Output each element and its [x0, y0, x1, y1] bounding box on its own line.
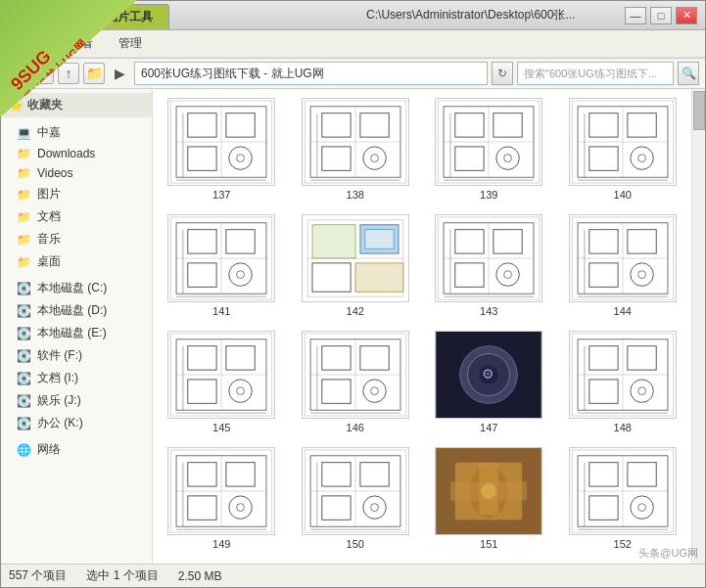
network-label: 网络 — [37, 441, 61, 458]
file-label: 152 — [614, 538, 632, 550]
file-label: 147 — [480, 422, 497, 433]
toolbar-area: 共享 查看 管理 — [1, 30, 705, 59]
favorites-label: 收藏夹 — [27, 97, 63, 113]
menu-manage[interactable]: 管理 — [107, 32, 154, 55]
drive-j-icon: 💽 — [17, 394, 31, 408]
computer-label: 中嘉 — [37, 124, 61, 141]
videos-label: Videos — [37, 166, 72, 180]
drive-e-icon: 💽 — [17, 327, 31, 340]
file-item[interactable]: 146 — [291, 326, 421, 438]
sidebar-item-desktop[interactable]: 📁 桌面 — [1, 250, 152, 273]
menu-bar: 共享 查看 管理 — [1, 30, 705, 58]
drive-f-icon: 💽 — [17, 349, 31, 363]
main-area: ⭐ 收藏夹 💻 中嘉 📁 Downloads 📁 Videos — [1, 89, 705, 564]
window-title-path: C:\Users\Administrator\Desktop\600张... — [317, 7, 626, 23]
drive-c-label: 本地磁盘 (C:) — [37, 280, 107, 296]
file-item[interactable]: 145 — [157, 326, 287, 438]
sidebar-item-documents[interactable]: 📁 文档 — [1, 205, 152, 228]
file-size: 2.50 MB — [178, 569, 222, 583]
up-button[interactable]: ↑ — [58, 63, 79, 84]
svg-rect-66 — [355, 263, 403, 292]
file-label: 143 — [480, 305, 497, 317]
sidebar-item-computer[interactable]: 💻 中嘉 — [1, 121, 152, 144]
drive-k-icon: 💽 — [17, 417, 31, 430]
network-section: 🌐 网络 — [1, 438, 152, 461]
file-item[interactable]: 149 — [157, 442, 287, 555]
drives-section: 💽 本地磁盘 (C:) 💽 本地磁盘 (D:) 💽 本地磁盘 (E:) 💽 软件… — [1, 277, 152, 434]
scrollbar[interactable] — [691, 89, 705, 564]
address-bar: ← → ↑ 📁 ▶ 600张UG练习图纸下载 - 就上UG网 ↻ 搜索"600张… — [1, 59, 705, 89]
address-field[interactable]: 600张UG练习图纸下载 - 就上UG网 — [134, 62, 488, 85]
svg-rect-64 — [312, 225, 355, 258]
drive-d-icon: 💽 — [17, 304, 31, 318]
pictures-label: 图片 — [37, 186, 61, 203]
drive-d-label: 本地磁盘 (D:) — [37, 302, 107, 319]
file-item[interactable]: 138 — [291, 93, 421, 205]
file-item[interactable]: 142 — [291, 209, 421, 322]
bottom-watermark: 头条@UG网 — [638, 546, 698, 561]
maximize-button[interactable]: □ — [650, 7, 672, 24]
search-button[interactable]: 🔍 — [678, 62, 699, 85]
sidebar-item-drive-c[interactable]: 💽 本地磁盘 (C:) — [1, 277, 152, 299]
documents-folder-icon: 📁 — [17, 210, 31, 224]
refresh-button[interactable]: ↻ — [492, 62, 513, 85]
file-item[interactable]: 139 — [424, 93, 554, 205]
sidebar-item-pictures[interactable]: 📁 图片 — [1, 183, 152, 205]
pictures-folder-icon: 📁 — [17, 188, 31, 202]
file-item[interactable]: 143 — [424, 209, 554, 322]
desktop-folder-icon: 📁 — [17, 255, 31, 269]
sidebar-item-drive-j[interactable]: 💽 娱乐 (J:) — [1, 389, 152, 412]
file-label: 146 — [347, 422, 364, 433]
drive-i-icon: 💽 — [17, 372, 31, 385]
svg-point-163 — [481, 483, 496, 499]
file-item[interactable]: 144 — [558, 209, 688, 322]
file-label: 150 — [347, 538, 364, 550]
file-label: 137 — [212, 189, 230, 201]
drive-f-label: 软件 (F:) — [37, 347, 82, 364]
file-label: 142 — [347, 305, 364, 317]
sidebar-item-drive-f[interactable]: 💽 软件 (F:) — [1, 344, 152, 367]
svg-text:⚙: ⚙ — [483, 367, 495, 382]
downloads-folder-icon: 📁 — [17, 147, 31, 160]
music-label: 音乐 — [37, 231, 61, 248]
sidebar-item-videos[interactable]: 📁 Videos — [1, 163, 152, 183]
file-item[interactable]: 141 — [157, 209, 287, 322]
downloads-label: Downloads — [37, 147, 95, 160]
search-field[interactable]: 搜索"600张UG练习图纸下... — [517, 62, 674, 85]
close-button[interactable]: ✕ — [676, 7, 697, 24]
sidebar-item-drive-d[interactable]: 💽 本地磁盘 (D:) — [1, 299, 152, 322]
sidebar-item-downloads[interactable]: 📁 Downloads — [1, 144, 152, 163]
sidebar-item-music[interactable]: 📁 音乐 — [1, 228, 152, 250]
file-item[interactable]: 152 — [558, 442, 688, 555]
videos-folder-icon: 📁 — [17, 166, 31, 180]
sidebar-item-network[interactable]: 🌐 网络 — [1, 438, 152, 461]
sidebar-item-drive-k[interactable]: 💽 办公 (K:) — [1, 412, 152, 434]
file-label: 140 — [614, 189, 632, 201]
sidebar: ⭐ 收藏夹 💻 中嘉 📁 Downloads 📁 Videos — [1, 89, 153, 564]
file-label: 145 — [212, 422, 230, 433]
file-label: 139 — [480, 189, 497, 201]
file-label: 148 — [614, 422, 632, 433]
documents-label: 文档 — [37, 208, 61, 225]
minimize-button[interactable]: — — [625, 7, 646, 24]
drive-j-label: 娱乐 (J:) — [37, 392, 81, 409]
file-item[interactable]: 151 — [424, 442, 554, 555]
sidebar-item-drive-e[interactable]: 💽 本地磁盘 (E:) — [1, 322, 152, 344]
file-item[interactable]: ⚙ 147 — [424, 326, 554, 438]
drive-i-label: 文档 (I:) — [37, 370, 78, 386]
file-label: 141 — [212, 305, 230, 317]
network-icon: 🌐 — [17, 443, 31, 457]
window-controls: — □ ✕ — [625, 7, 697, 24]
drive-e-label: 本地磁盘 (E:) — [37, 325, 107, 341]
file-item[interactable]: 140 — [558, 93, 688, 205]
file-item[interactable]: 137 — [157, 93, 287, 205]
file-item[interactable]: 148 — [558, 326, 688, 438]
file-grid: 137 138 — [153, 89, 691, 564]
file-item[interactable]: 150 — [291, 442, 421, 555]
computer-section: 💻 中嘉 📁 Downloads 📁 Videos 📁 图片 📁 — [1, 121, 152, 273]
file-label: 138 — [347, 189, 364, 201]
drive-c-icon: 💽 — [17, 282, 31, 295]
sidebar-item-drive-i[interactable]: 💽 文档 (I:) — [1, 367, 152, 389]
file-label: 151 — [480, 538, 497, 550]
file-label: 149 — [212, 538, 230, 550]
